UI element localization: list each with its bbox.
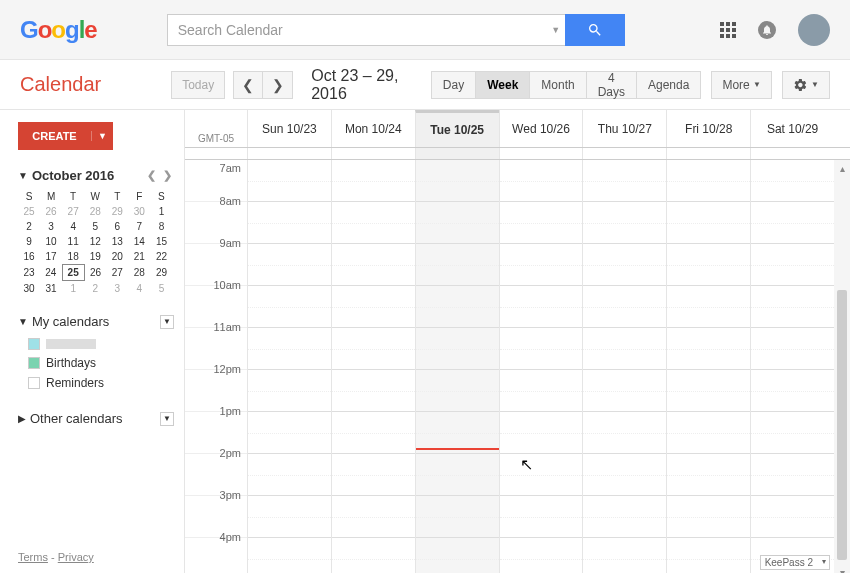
mini-next[interactable]: ❯ [161, 169, 174, 181]
mini-day[interactable]: 20 [106, 249, 128, 265]
mini-day[interactable]: 24 [40, 265, 62, 281]
time-slot[interactable] [751, 202, 834, 244]
day-header[interactable]: Sun 10/23 [247, 110, 331, 147]
time-slot[interactable] [416, 202, 499, 244]
time-slot[interactable] [751, 328, 834, 370]
time-slot[interactable] [416, 454, 499, 496]
time-slot[interactable] [583, 244, 666, 286]
time-slot[interactable] [751, 160, 834, 202]
time-slot[interactable] [332, 370, 415, 412]
time-slot[interactable] [248, 370, 331, 412]
time-slot[interactable] [332, 496, 415, 538]
time-slot[interactable] [500, 160, 583, 202]
time-slot[interactable] [667, 370, 750, 412]
calendar-item[interactable]: Birthdays [18, 353, 174, 373]
mini-day[interactable]: 5 [150, 281, 172, 297]
privacy-link[interactable]: Privacy [58, 551, 94, 563]
keepass-dropdown[interactable]: KeePass 2 [760, 555, 830, 570]
day-header[interactable]: Fri 10/28 [666, 110, 750, 147]
notifications-icon[interactable] [758, 21, 776, 39]
view-day[interactable]: Day [431, 71, 476, 99]
time-slot[interactable] [500, 496, 583, 538]
time-slot[interactable] [583, 286, 666, 328]
time-slot[interactable] [500, 286, 583, 328]
time-slot[interactable] [751, 412, 834, 454]
scroll-up-icon[interactable]: ▴ [834, 160, 850, 176]
mini-day[interactable]: 2 [84, 281, 106, 297]
view-month[interactable]: Month [530, 71, 586, 99]
mini-day[interactable]: 14 [128, 234, 150, 249]
mini-day[interactable]: 28 [84, 204, 106, 219]
today-button[interactable]: Today [171, 71, 225, 99]
mini-day[interactable]: 3 [106, 281, 128, 297]
time-slot[interactable] [332, 328, 415, 370]
mini-day[interactable]: 31 [40, 281, 62, 297]
time-slot[interactable] [332, 244, 415, 286]
time-slot[interactable] [500, 370, 583, 412]
mini-day[interactable]: 23 [18, 265, 40, 281]
mini-day[interactable]: 9 [18, 234, 40, 249]
mini-day[interactable]: 6 [106, 219, 128, 234]
mini-day[interactable]: 4 [62, 219, 84, 234]
apps-icon[interactable] [720, 22, 736, 38]
mini-day[interactable]: 17 [40, 249, 62, 265]
time-slot[interactable] [416, 538, 499, 573]
mini-day[interactable]: 7 [128, 219, 150, 234]
time-slot[interactable] [248, 454, 331, 496]
time-slot[interactable] [583, 370, 666, 412]
calendar-item[interactable] [18, 335, 174, 353]
settings-button[interactable]: ▼ [782, 71, 830, 99]
time-slot[interactable] [332, 412, 415, 454]
time-slot[interactable] [332, 286, 415, 328]
time-slot[interactable] [248, 202, 331, 244]
mini-day[interactable]: 26 [84, 265, 106, 281]
time-slot[interactable] [583, 412, 666, 454]
time-slot[interactable] [751, 244, 834, 286]
mini-day[interactable]: 3 [40, 219, 62, 234]
mini-day[interactable]: 25 [62, 265, 84, 281]
mini-day[interactable]: 11 [62, 234, 84, 249]
mini-day[interactable]: 30 [128, 204, 150, 219]
time-slot[interactable] [248, 286, 331, 328]
mini-day[interactable]: 22 [150, 249, 172, 265]
mini-day[interactable]: 30 [18, 281, 40, 297]
time-slot[interactable] [332, 538, 415, 573]
mini-day[interactable]: 1 [150, 204, 172, 219]
google-logo[interactable]: Google [20, 16, 97, 44]
time-slot[interactable] [583, 202, 666, 244]
mini-day[interactable]: 18 [62, 249, 84, 265]
next-button[interactable]: ❯ [263, 71, 293, 99]
time-slot[interactable] [248, 244, 331, 286]
terms-link[interactable]: Terms [18, 551, 48, 563]
time-slot[interactable] [416, 244, 499, 286]
mini-day[interactable]: 26 [40, 204, 62, 219]
day-header[interactable]: Tue 10/25 [415, 110, 499, 147]
mini-day[interactable]: 29 [106, 204, 128, 219]
time-slot[interactable] [416, 160, 499, 202]
time-slot[interactable] [751, 496, 834, 538]
mini-day[interactable]: 8 [150, 219, 172, 234]
dropdown-icon[interactable]: ▼ [160, 412, 174, 426]
time-slot[interactable] [583, 454, 666, 496]
mini-day[interactable]: 5 [84, 219, 106, 234]
time-slot[interactable] [248, 538, 331, 573]
scrollbar[interactable]: ▴ ▾ [834, 160, 850, 573]
mini-day[interactable]: 27 [62, 204, 84, 219]
my-calendars-toggle[interactable]: ▼ My calendars ▼ [18, 314, 174, 329]
time-slot[interactable] [751, 454, 834, 496]
view-agenda[interactable]: Agenda [637, 71, 701, 99]
mini-day[interactable]: 2 [18, 219, 40, 234]
calendar-item[interactable]: Reminders [18, 373, 174, 393]
mini-day[interactable]: 1 [62, 281, 84, 297]
other-calendars-toggle[interactable]: ▶ Other calendars ▼ [18, 411, 174, 426]
time-slot[interactable] [583, 496, 666, 538]
time-slot[interactable] [416, 496, 499, 538]
mini-day[interactable]: 28 [128, 265, 150, 281]
time-slot[interactable] [248, 412, 331, 454]
mini-day[interactable]: 10 [40, 234, 62, 249]
mini-day[interactable]: 19 [84, 249, 106, 265]
time-slot[interactable] [248, 328, 331, 370]
time-slot[interactable] [667, 496, 750, 538]
time-slot[interactable] [667, 538, 750, 573]
time-slot[interactable] [500, 244, 583, 286]
